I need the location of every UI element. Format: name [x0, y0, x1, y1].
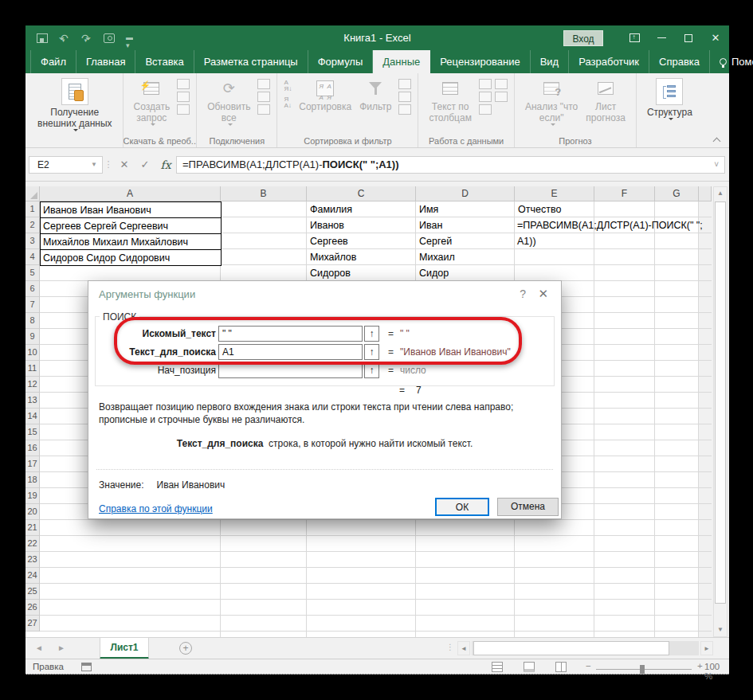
- data-validation-icon[interactable]: [479, 104, 492, 115]
- sheet-tab-list1[interactable]: Лист1: [100, 638, 149, 659]
- column-header-G[interactable]: G: [655, 186, 699, 201]
- cancel-entry-button[interactable]: ✕: [114, 158, 135, 170]
- row-header-13[interactable]: 13: [25, 393, 40, 409]
- horizontal-scrollbar[interactable]: [472, 641, 699, 655]
- row-header-16[interactable]: 16: [25, 440, 40, 456]
- maximize-button[interactable]: [675, 25, 702, 50]
- row-header-18[interactable]: 18: [25, 472, 40, 488]
- sort-descending-icon[interactable]: ЯА↓: [284, 96, 292, 109]
- row-header-25[interactable]: 25: [25, 584, 40, 600]
- name-box[interactable]: E2 ▼: [29, 156, 103, 174]
- row-header-6[interactable]: 6: [25, 281, 40, 297]
- sign-in-button[interactable]: Вход: [563, 30, 603, 46]
- relationships-icon[interactable]: [495, 92, 508, 102]
- connections-icon[interactable]: [257, 79, 270, 89]
- page-break-view-icon[interactable]: [555, 662, 567, 672]
- get-external-data-button[interactable]: Получение внешних данных: [33, 77, 116, 135]
- scroll-down-icon[interactable]: ▼: [714, 624, 727, 636]
- column-header-B[interactable]: B: [221, 186, 307, 201]
- recent-sources-icon[interactable]: [177, 79, 190, 89]
- recent-queries-icon[interactable]: [177, 104, 190, 115]
- zoom-out-icon[interactable]: −: [586, 661, 591, 671]
- ribbon-tab-разметка страницы[interactable]: Разметка страницы: [194, 50, 308, 73]
- row-header-5[interactable]: 5: [25, 265, 40, 281]
- row-header-17[interactable]: 17: [25, 456, 40, 472]
- expand-formula-bar-icon[interactable]: ˅: [714, 160, 724, 169]
- flash-fill-icon[interactable]: [479, 79, 492, 89]
- ribbon-display-options-button[interactable]: [621, 25, 648, 50]
- enter-entry-button[interactable]: ✓: [135, 158, 155, 170]
- zoom-level[interactable]: 100 %: [704, 662, 727, 681]
- argument-input-Искомый_текст[interactable]: " ": [218, 326, 363, 342]
- cell-C5[interactable]: Сидоров: [307, 265, 416, 281]
- scroll-left-icon[interactable]: ◄: [457, 641, 470, 655]
- ribbon-tab-главная[interactable]: Главная: [76, 50, 135, 73]
- structure-button[interactable]: Структура: [643, 77, 696, 123]
- row-header-10[interactable]: 10: [25, 345, 40, 361]
- minimize-button[interactable]: [648, 25, 675, 50]
- row-header-22[interactable]: 22: [25, 536, 40, 552]
- formula-bar-splitter[interactable]: ⋮: [103, 159, 114, 170]
- next-sheet-icon[interactable]: ►: [57, 643, 65, 652]
- row-header-15[interactable]: 15: [25, 424, 40, 440]
- collapse-dialog-icon[interactable]: ↑: [364, 344, 379, 360]
- cell-A4[interactable]: Сидоров Сидор Сидорович: [40, 249, 222, 266]
- row-header-24[interactable]: 24: [25, 568, 40, 584]
- redo-icon[interactable]: ↷▾: [81, 33, 92, 43]
- dialog-close-button[interactable]: ✕: [538, 287, 548, 301]
- row-header-19[interactable]: 19: [25, 488, 40, 504]
- ribbon-tab-справка[interactable]: Справка: [649, 50, 710, 73]
- from-table-icon[interactable]: [177, 92, 190, 102]
- row-header-27[interactable]: 27: [25, 616, 40, 632]
- ribbon-tab-вид[interactable]: Вид: [531, 50, 570, 73]
- vertical-scrollbar[interactable]: ▲ ▼: [713, 186, 728, 637]
- what-if-analysis-button[interactable]: Анализ "что если": [521, 77, 582, 129]
- remove-duplicates-icon[interactable]: [479, 92, 492, 102]
- row-header-26[interactable]: 26: [25, 600, 40, 616]
- macro-record-icon[interactable]: [81, 663, 92, 671]
- column-header-D[interactable]: D: [416, 186, 515, 201]
- scroll-right-icon[interactable]: ►: [700, 641, 713, 655]
- tab-scroll-splitter[interactable]: ⋮: [446, 643, 454, 651]
- insert-function-button[interactable]: fx: [155, 158, 176, 171]
- column-header-C[interactable]: C: [307, 186, 416, 201]
- column-header-partial[interactable]: [699, 186, 712, 201]
- cell-A1[interactable]: Иванов Иван Иванович: [40, 201, 222, 218]
- cell-D5[interactable]: Сидор: [416, 265, 515, 281]
- ribbon-tab-вставка[interactable]: Вставка: [135, 50, 194, 73]
- advanced-filter-icon[interactable]: [398, 104, 411, 115]
- close-button[interactable]: ✕: [702, 25, 729, 50]
- add-sheet-button[interactable]: +: [179, 642, 192, 655]
- formula-input[interactable]: =ПРАВСИМВ(A1;ДЛСТР(A1)-ПОИСК(" ";A1)) ˅: [176, 156, 725, 174]
- cell-A3[interactable]: Михайлов Михаил Михайлович: [40, 233, 222, 250]
- cell-C1[interactable]: Фамилия: [307, 201, 416, 217]
- text-to-columns-button[interactable]: Текст по столбцам: [425, 77, 475, 124]
- dialog-help-button[interactable]: ?: [520, 287, 526, 300]
- column-header-E[interactable]: E: [515, 186, 594, 201]
- sort-button[interactable]: ЯААЯ Сортировка: [295, 77, 355, 113]
- column-header-F[interactable]: F: [594, 186, 655, 201]
- row-header-2[interactable]: 2: [25, 217, 40, 233]
- properties-icon[interactable]: [257, 92, 270, 102]
- reapply-filter-icon[interactable]: [398, 92, 411, 102]
- row-header-8[interactable]: 8: [25, 313, 40, 329]
- edit-links-icon[interactable]: [257, 104, 270, 115]
- cell-E2-formula-overflow[interactable]: =ПРАВСИМВ(A1;ДЛСТР(A1)-ПОИСК(" ";A1)): [517, 217, 703, 249]
- ribbon-tab-рецензирование[interactable]: Рецензирование: [430, 50, 530, 73]
- function-help-link[interactable]: Справка по этой функции: [99, 503, 213, 514]
- normal-view-icon[interactable]: [492, 662, 503, 672]
- ribbon-tab-данные[interactable]: Данные: [373, 50, 430, 73]
- consolidate-icon[interactable]: [495, 79, 508, 89]
- horizontal-scroll-thumb[interactable]: [473, 641, 669, 655]
- name-box-dropdown-icon[interactable]: ▼: [91, 161, 97, 168]
- cell-A2[interactable]: Сергеев Сергей Сергеевич: [40, 217, 222, 234]
- row-header-12[interactable]: 12: [25, 377, 40, 393]
- ribbon-tab-формулы[interactable]: Формулы: [308, 50, 374, 73]
- zoom-slider-thumb[interactable]: [640, 665, 645, 674]
- scroll-up-icon[interactable]: ▲: [714, 187, 727, 200]
- argument-input-Текст_для_поиска[interactable]: A1: [218, 344, 363, 360]
- camera-icon[interactable]: [104, 33, 115, 43]
- ribbon-tab-разработчик[interactable]: Разработчик: [569, 50, 649, 73]
- cell-E1[interactable]: Отчество: [515, 201, 594, 217]
- customize-quick-access-icon[interactable]: ▬▾: [126, 33, 137, 43]
